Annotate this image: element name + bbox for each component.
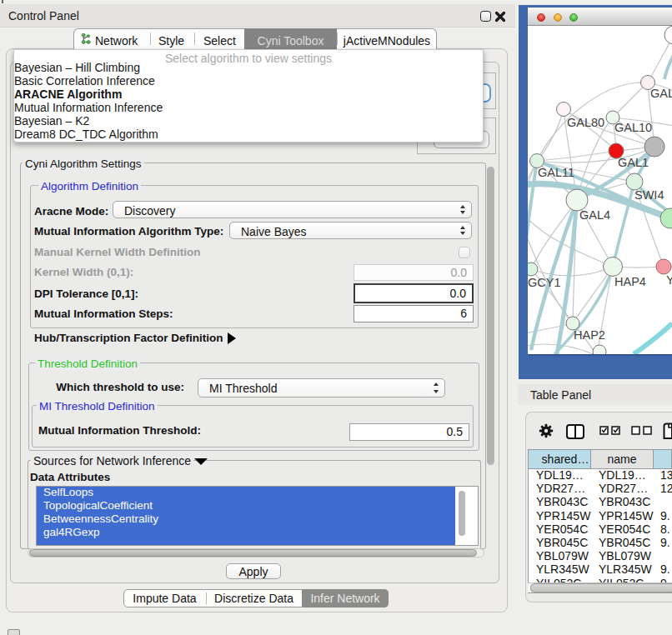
svg-text:SWI4: SWI4: [634, 188, 664, 202]
svg-text:GAL10: GAL10: [614, 121, 652, 134]
svg-text:GAL1: GAL1: [618, 156, 649, 169]
svg-text:HAP2: HAP2: [574, 328, 605, 342]
svg-text:HAP4: HAP4: [614, 275, 646, 288]
svg-text:GAL4: GAL4: [579, 208, 610, 222]
svg-text:Y: Y: [666, 273, 672, 287]
svg-text:GAL80: GAL80: [567, 116, 604, 129]
svg-text:GAL2: GAL2: [650, 87, 672, 100]
svg-text:GAL11: GAL11: [538, 166, 574, 179]
svg-text:GCY1: GCY1: [528, 276, 561, 289]
